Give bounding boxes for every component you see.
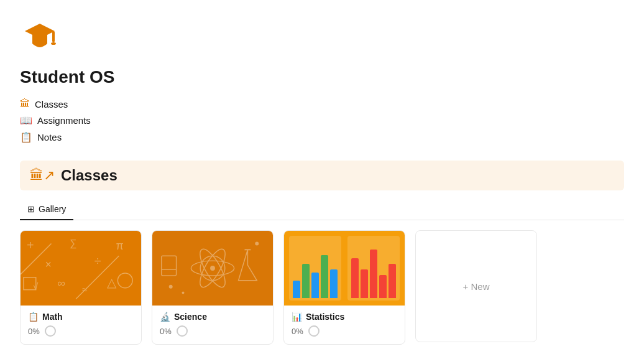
svg-point-13 [117,273,132,288]
card-image-statistics [284,231,405,306]
card-image-science [152,231,273,306]
statistics-progress: 0% [292,327,303,336]
svg-text:π: π [116,240,123,252]
nav-label-classes: Classes [35,99,68,110]
card-body-science: 🔬 Science 0% [152,306,273,344]
svg-point-1 [51,42,56,45]
card-image-math: + × ∑ ÷ π √ ∞ ≈ △ [21,231,141,306]
sidebar-item-assignments[interactable]: 📖 Assignments [20,112,624,129]
right-chart [347,236,400,301]
logo-area [20,15,624,57]
class-card-science[interactable]: 🔬 Science 0% [152,230,274,345]
section-title: Classes [61,167,117,184]
notes-icon: 📋 [20,131,32,143]
svg-text:∑: ∑ [70,238,76,249]
new-card-button[interactable]: + New [415,230,537,342]
card-progress-row-science: 0% [160,325,265,337]
app-title: Student OS [20,67,624,87]
svg-point-19 [210,266,215,271]
tab-gallery[interactable]: ⊞ Gallery [20,200,73,220]
class-card-statistics[interactable]: 📊 Statistics 0% [283,230,405,345]
svg-rect-0 [52,31,55,42]
math-card-icon: 📋 [28,312,39,322]
svg-rect-20 [162,256,177,276]
svg-text:+: + [27,238,34,252]
new-card-label: + New [463,281,490,292]
svg-text:△: △ [107,276,117,289]
classes-icon: 🏛 [20,98,30,110]
card-body-math: 📋 Math 0% [21,306,141,344]
svg-text:÷: ÷ [94,254,101,268]
math-progress: 0% [28,327,40,336]
card-title-science: Science [174,312,207,322]
stats-charts-container [289,236,400,301]
card-title-row-science: 🔬 Science [160,312,265,322]
math-doodle: + × ∑ ÷ π √ ∞ ≈ △ [21,231,141,306]
statistics-card-icon: 📊 [292,312,302,322]
class-card-math[interactable]: + × ∑ ÷ π √ ∞ ≈ △ 📋 Math 0% [20,230,142,345]
section-header-icon: 🏛↗ [30,167,55,184]
card-title-row-math: 📋 Math [28,312,134,322]
nav-label-notes: Notes [37,132,62,142]
statistics-progress-circle [308,325,320,337]
card-body-statistics: 📊 Statistics 0% [284,306,405,344]
view-tabs: ⊞ Gallery [20,200,624,220]
science-doodle [152,231,273,306]
card-title-statistics: Statistics [306,312,344,322]
card-progress-row-statistics: 0% [292,325,397,337]
card-title-row-statistics: 📊 Statistics [292,312,397,322]
assignments-icon: 📖 [20,114,32,126]
svg-text:∞: ∞ [57,277,65,289]
math-progress-circle [45,325,56,337]
gallery-grid: + × ∑ ÷ π √ ∞ ≈ △ 📋 Math 0% [20,230,624,345]
left-chart [289,236,341,301]
graduation-cap-icon [20,15,60,55]
svg-point-25 [255,241,259,245]
sidebar-item-notes[interactable]: 📋 Notes [20,129,624,146]
nav-list: 🏛 Classes 📖 Assignments 📋 Notes [20,96,624,146]
science-card-icon: 🔬 [160,312,170,322]
nav-label-assignments: Assignments [37,115,91,126]
section-header: 🏛↗ Classes [20,161,624,190]
svg-point-24 [182,292,185,294]
svg-point-23 [169,285,173,289]
card-title-math: Math [42,312,63,322]
gallery-tab-icon: ⊞ [27,204,35,214]
sidebar-item-classes[interactable]: 🏛 Classes [20,96,624,112]
gallery-tab-label: Gallery [39,204,66,214]
science-progress-circle [177,325,188,337]
card-progress-row-math: 0% [28,325,134,337]
svg-text:×: × [45,258,52,271]
science-progress: 0% [160,327,172,336]
